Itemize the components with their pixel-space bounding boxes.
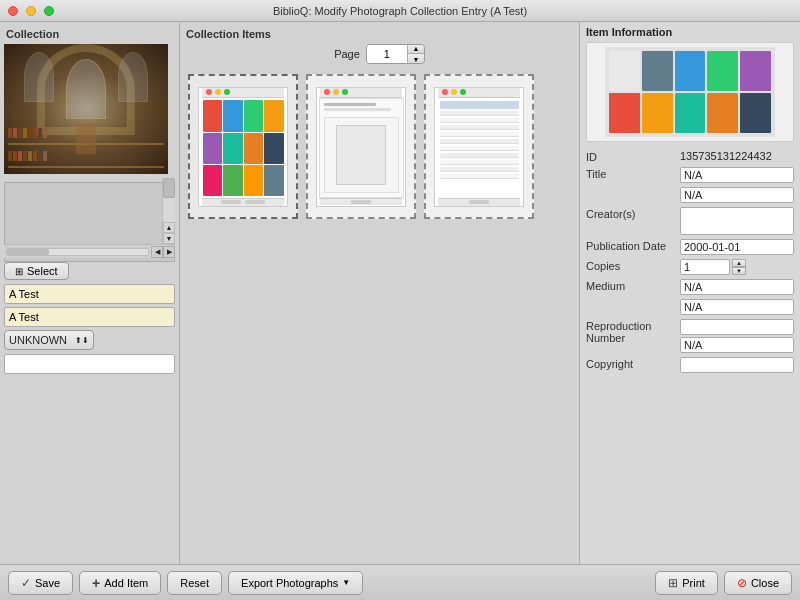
scroll-left-btn[interactable]: ◀ <box>151 246 163 258</box>
collection-name-field1[interactable] <box>4 284 175 304</box>
dropdown-value: UNKNOWN <box>9 334 67 346</box>
page-down-btn[interactable]: ▼ <box>408 54 424 64</box>
scroll-up-btn[interactable]: ▲ <box>163 222 175 233</box>
middle-panel: Collection Items Page ▲ ▼ <box>180 22 580 564</box>
save-button[interactable]: ✓ Save <box>8 571 73 595</box>
title-row: Title N/A <box>586 167 794 183</box>
left-panel: Collection <box>0 22 180 564</box>
save-icon: ✓ <box>21 576 31 590</box>
select-button[interactable]: ⊞ Select <box>4 262 69 280</box>
id-label: ID <box>586 150 676 163</box>
item-preview-thumbnail <box>586 42 794 142</box>
creators-field <box>680 207 794 235</box>
add-icon: + <box>92 575 100 591</box>
collection-item-1[interactable] <box>188 74 298 219</box>
pub-date-field: 2000-01-01 <box>680 239 794 255</box>
export-button[interactable]: Export Photographs ▼ <box>228 571 363 595</box>
title-row2: N/A <box>586 187 794 203</box>
dropdown-arrow-icon: ▼ <box>342 578 350 587</box>
repro-field <box>680 319 794 335</box>
extra-field[interactable] <box>4 354 175 374</box>
add-item-button[interactable]: + Add Item <box>79 571 161 595</box>
page-spinner[interactable]: ▲ ▼ <box>366 44 425 64</box>
medium-field: N/A <box>680 279 794 295</box>
creators-label: Creator(s) <box>586 207 676 220</box>
print-icon: ⊞ <box>668 576 678 590</box>
reset-button[interactable]: Reset <box>167 571 222 595</box>
creators-row: Creator(s) <box>586 207 794 235</box>
pub-date-row: Publication Date 2000-01-01 <box>586 239 794 255</box>
close-dot[interactable] <box>8 6 18 16</box>
medium-row: Medium N/A <box>586 279 794 295</box>
page-label: Page <box>334 48 360 60</box>
print-button[interactable]: ⊞ Print <box>655 571 718 595</box>
medium-field2: N/A <box>680 299 794 315</box>
scroll-right-btn[interactable]: ▶ <box>163 246 175 258</box>
repro-row: Reproduction Number N/A <box>586 319 794 353</box>
title-field2: N/A <box>680 187 794 203</box>
right-panel-header: Item Information <box>586 26 794 38</box>
collection-name-field2[interactable] <box>4 307 175 327</box>
copyright-field <box>680 357 794 373</box>
copies-row: Copies 1 ▲ ▼ <box>586 259 794 275</box>
close-button[interactable]: ⊘ Close <box>724 571 792 595</box>
left-panel-header: Collection <box>4 26 175 44</box>
status-dropdown[interactable]: UNKNOWN ⬆⬇ <box>4 330 94 350</box>
collection-items-grid <box>184 70 575 223</box>
scroll-down-btn[interactable]: ▼ <box>163 233 175 244</box>
maximize-dot[interactable] <box>44 6 54 16</box>
repro-label: Reproduction Number <box>586 319 676 344</box>
collection-item-3[interactable] <box>424 74 534 219</box>
title-field: N/A <box>680 167 794 183</box>
title-label: Title <box>586 167 676 180</box>
bottom-toolbar: ✓ Save + Add Item Reset Export Photograp… <box>0 564 800 600</box>
select-icon: ⊞ <box>15 266 23 277</box>
copies-field: 1 ▲ ▼ <box>680 259 746 275</box>
id-row: ID 135735131224432 <box>586 150 794 163</box>
page-up-btn[interactable]: ▲ <box>408 44 424 54</box>
copies-down-btn[interactable]: ▼ <box>732 267 746 275</box>
repro-field2: N/A <box>680 337 794 353</box>
medium-label: Medium <box>586 279 676 292</box>
medium-row2: N/A <box>586 299 794 315</box>
middle-panel-header: Collection Items <box>184 26 575 44</box>
id-value: 135735131224432 <box>680 150 794 162</box>
pub-date-label: Publication Date <box>586 239 676 252</box>
close-icon: ⊘ <box>737 576 747 590</box>
right-panel: Item Information ID 135735131224432 <box>580 22 800 564</box>
collection-item-2[interactable] <box>306 74 416 219</box>
dropdown-arrow-icon: ⬆⬇ <box>75 336 89 345</box>
page-input[interactable] <box>367 45 407 63</box>
window-title: BiblioQ: Modify Photograph Collection En… <box>273 5 527 17</box>
minimize-dot[interactable] <box>26 6 36 16</box>
copyright-row: Copyright <box>586 357 794 373</box>
collection-photo-preview <box>4 44 168 174</box>
copies-label: Copies <box>586 259 676 272</box>
copies-up-btn[interactable]: ▲ <box>732 259 746 267</box>
copies-input[interactable]: 1 <box>680 259 730 275</box>
copyright-label: Copyright <box>586 357 676 370</box>
